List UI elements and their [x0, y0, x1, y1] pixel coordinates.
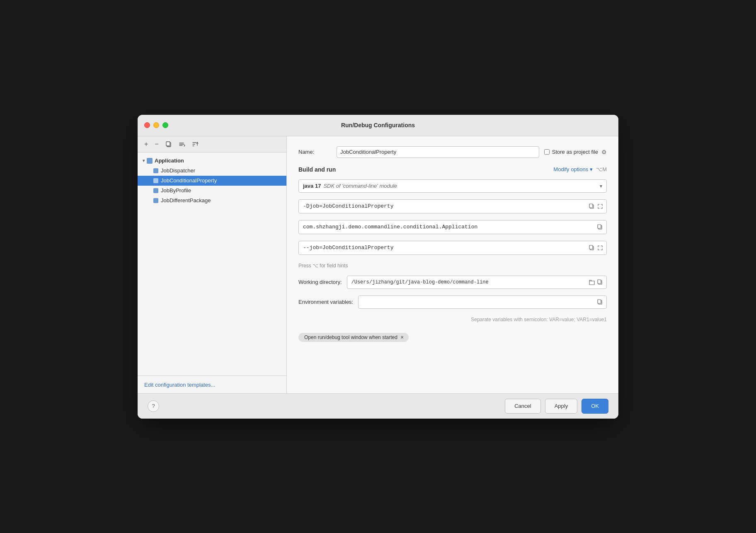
svg-rect-11	[598, 300, 601, 303]
svg-rect-7	[589, 245, 593, 249]
sidebar-toolbar: + −	[138, 136, 286, 153]
main-class-field-container	[298, 220, 607, 234]
env-vars-field	[358, 296, 607, 309]
chevron-icon: ▾	[590, 166, 593, 172]
action-buttons: Cancel Apply OK	[505, 399, 608, 414]
right-panel: Name: Store as project file ⚙ Build and …	[287, 136, 618, 393]
section-header: Build and run Modify options ▾ ⌥M	[298, 166, 607, 173]
jdk-suffix: SDK of 'command-line' module	[323, 183, 397, 189]
working-dir-input[interactable]	[347, 276, 586, 288]
edit-templates-link[interactable]: Edit configuration templates...	[144, 382, 215, 388]
application-label: Application	[155, 157, 184, 164]
svg-rect-3	[589, 204, 593, 208]
section-title: Build and run	[298, 166, 336, 173]
run-debug-tag-close[interactable]: ×	[401, 334, 404, 340]
tree-label-jobconditionalproperty: JobConditionalProperty	[161, 177, 217, 184]
config-icon-3	[153, 187, 159, 194]
store-project-checkbox[interactable]	[544, 149, 550, 155]
svg-rect-5	[598, 225, 601, 228]
vm-options-input[interactable]	[299, 200, 586, 213]
env-vars-copy-button[interactable]	[596, 298, 604, 306]
jdk-dropdown[interactable]: java 17 SDK of 'command-line' module ▾	[298, 179, 607, 193]
window-title: Run/Debug Configurations	[341, 122, 415, 128]
main-class-copy-button[interactable]	[596, 223, 604, 231]
tree-item-application[interactable]: ▾ Application	[138, 156, 286, 166]
store-project-checkbox-label[interactable]: Store as project file	[544, 149, 598, 155]
config-icon-2	[153, 177, 159, 184]
tree-item-jobbyprofile[interactable]: JobByProfile	[138, 186, 286, 196]
apply-button[interactable]: Apply	[545, 399, 578, 414]
env-vars-hint: Separate variables with semicolon: VAR=v…	[471, 317, 607, 322]
config-icon-4	[153, 197, 159, 204]
working-dir-actions	[586, 279, 606, 286]
field-hint-text: Press ⌥ for field hints	[298, 263, 348, 269]
env-vars-label: Environment variables:	[298, 299, 353, 305]
gear-icon[interactable]: ⚙	[601, 149, 607, 155]
tree-item-jobdifferentpackage[interactable]: JobDifferentPackage	[138, 196, 286, 206]
modify-options-label: Modify options	[553, 166, 588, 172]
working-dir-copy-button[interactable]	[596, 279, 604, 286]
name-input[interactable]	[337, 146, 539, 158]
run-debug-tag: Open run/debug tool window when started …	[298, 333, 409, 342]
env-vars-input[interactable]	[359, 296, 594, 308]
add-config-button[interactable]: +	[143, 140, 150, 149]
field-hint: Press ⌥ for field hints	[298, 262, 607, 269]
config-tree: ▾ Application JobDispatcher	[138, 153, 286, 376]
vm-options-actions	[586, 203, 606, 210]
program-args-input[interactable]	[299, 241, 586, 254]
copy-config-button[interactable]	[164, 140, 174, 148]
program-args-field-container	[298, 241, 607, 255]
titlebar: Run/Debug Configurations	[138, 115, 618, 136]
main-class-input[interactable]	[299, 220, 594, 234]
application-folder-icon	[146, 157, 153, 164]
program-args-copy-button[interactable]	[588, 244, 596, 252]
minimize-button[interactable]	[153, 122, 159, 128]
svg-rect-9	[598, 280, 601, 283]
program-args-actions	[586, 244, 606, 252]
main-content: + −	[138, 136, 618, 393]
main-class-actions	[594, 223, 606, 231]
config-icon-1	[153, 167, 159, 174]
sidebar: + −	[138, 136, 287, 393]
program-args-expand-button[interactable]	[596, 244, 604, 252]
maximize-button[interactable]	[162, 122, 168, 128]
svg-rect-1	[166, 142, 170, 146]
close-button[interactable]	[144, 122, 150, 128]
bottom-bar: ? Cancel Apply OK	[138, 393, 618, 419]
jdk-version: java 17	[303, 183, 321, 189]
env-vars-actions	[594, 298, 606, 306]
modify-options-button[interactable]: Modify options ▾	[553, 166, 593, 172]
help-button[interactable]: ?	[148, 400, 159, 412]
remove-config-button[interactable]: −	[153, 140, 160, 149]
tree-label-jobdispatcher: JobDispatcher	[161, 167, 195, 174]
working-dir-label: Working directory:	[298, 279, 342, 285]
store-project-label: Store as project file	[552, 149, 598, 155]
tree-label-jobdifferentpackage: JobDifferentPackage	[161, 197, 211, 204]
working-dir-row: Working directory:	[298, 276, 607, 289]
ok-button[interactable]: OK	[582, 399, 608, 414]
move-config-button[interactable]	[177, 140, 187, 148]
name-label: Name:	[298, 149, 332, 155]
cancel-button[interactable]: Cancel	[505, 399, 540, 414]
sort-config-button[interactable]	[190, 140, 200, 148]
chevron-down-icon: ▾	[143, 158, 145, 163]
working-dir-browse-button[interactable]	[588, 279, 596, 286]
sidebar-footer: Edit configuration templates...	[138, 376, 286, 393]
vm-options-expand-button[interactable]	[596, 203, 604, 210]
name-store-row: Name: Store as project file ⚙	[298, 146, 607, 158]
tree-label-jobbyprofile: JobByProfile	[161, 187, 191, 194]
vm-options-copy-button[interactable]	[588, 203, 596, 210]
vm-options-field-container	[298, 199, 607, 213]
tag-container: Open run/debug tool window when started …	[298, 333, 607, 342]
dropdown-arrow-icon: ▾	[600, 183, 602, 189]
store-project-row: Store as project file ⚙	[544, 149, 607, 155]
traffic-lights	[144, 122, 168, 128]
tree-item-jobconditionalproperty[interactable]: JobConditionalProperty	[138, 176, 286, 186]
main-window: Run/Debug Configurations + −	[138, 115, 618, 419]
working-dir-field	[347, 276, 607, 289]
modify-options-shortcut: ⌥M	[596, 166, 607, 172]
run-debug-tag-label: Open run/debug tool window when started	[304, 334, 397, 340]
env-vars-row: Environment variables:	[298, 296, 607, 309]
tree-item-jobdispatcher[interactable]: JobDispatcher	[138, 166, 286, 176]
